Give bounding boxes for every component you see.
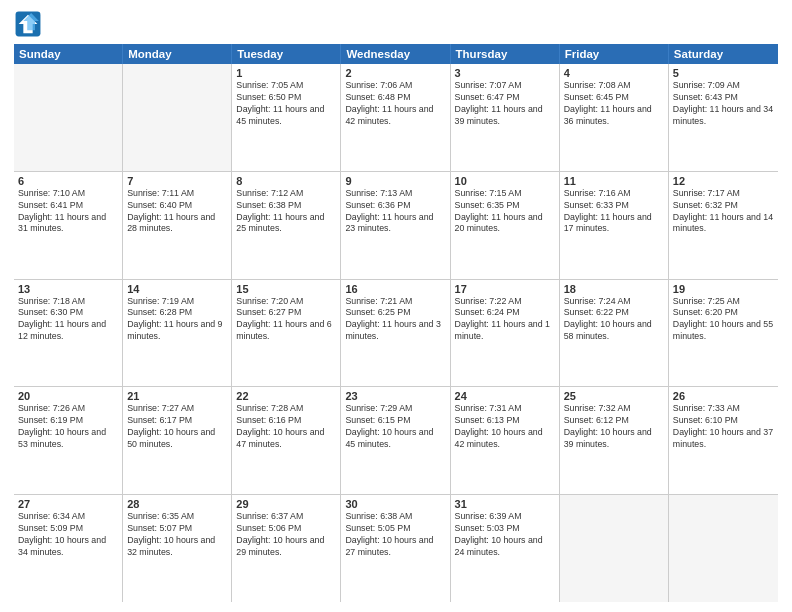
calendar-cell: 30Sunrise: 6:38 AM Sunset: 5:05 PM Dayli… [341, 495, 450, 602]
calendar-cell: 1Sunrise: 7:05 AM Sunset: 6:50 PM Daylig… [232, 64, 341, 171]
calendar: SundayMondayTuesdayWednesdayThursdayFrid… [14, 44, 778, 602]
calendar-cell: 8Sunrise: 7:12 AM Sunset: 6:38 PM Daylig… [232, 172, 341, 279]
calendar-cell: 2Sunrise: 7:06 AM Sunset: 6:48 PM Daylig… [341, 64, 450, 171]
day-number: 3 [455, 67, 555, 79]
page: SundayMondayTuesdayWednesdayThursdayFrid… [0, 0, 792, 612]
cell-info: Sunrise: 7:33 AM Sunset: 6:10 PM Dayligh… [673, 403, 774, 451]
cell-info: Sunrise: 7:22 AM Sunset: 6:24 PM Dayligh… [455, 296, 555, 344]
calendar-row: 20Sunrise: 7:26 AM Sunset: 6:19 PM Dayli… [14, 387, 778, 495]
calendar-cell: 22Sunrise: 7:28 AM Sunset: 6:16 PM Dayli… [232, 387, 341, 494]
calendar-cell: 7Sunrise: 7:11 AM Sunset: 6:40 PM Daylig… [123, 172, 232, 279]
day-number: 4 [564, 67, 664, 79]
cell-info: Sunrise: 7:17 AM Sunset: 6:32 PM Dayligh… [673, 188, 774, 236]
day-number: 13 [18, 283, 118, 295]
day-number: 14 [127, 283, 227, 295]
calendar-cell: 31Sunrise: 6:39 AM Sunset: 5:03 PM Dayli… [451, 495, 560, 602]
day-number: 17 [455, 283, 555, 295]
weekday-header: Sunday [14, 44, 123, 64]
calendar-cell: 11Sunrise: 7:16 AM Sunset: 6:33 PM Dayli… [560, 172, 669, 279]
weekday-header: Thursday [451, 44, 560, 64]
cell-info: Sunrise: 7:21 AM Sunset: 6:25 PM Dayligh… [345, 296, 445, 344]
day-number: 26 [673, 390, 774, 402]
logo [14, 10, 46, 38]
day-number: 1 [236, 67, 336, 79]
weekday-header: Monday [123, 44, 232, 64]
calendar-cell [123, 64, 232, 171]
day-number: 19 [673, 283, 774, 295]
day-number: 28 [127, 498, 227, 510]
calendar-header: SundayMondayTuesdayWednesdayThursdayFrid… [14, 44, 778, 64]
cell-info: Sunrise: 6:38 AM Sunset: 5:05 PM Dayligh… [345, 511, 445, 559]
calendar-cell: 16Sunrise: 7:21 AM Sunset: 6:25 PM Dayli… [341, 280, 450, 387]
weekday-header: Friday [560, 44, 669, 64]
cell-info: Sunrise: 7:11 AM Sunset: 6:40 PM Dayligh… [127, 188, 227, 236]
cell-info: Sunrise: 7:28 AM Sunset: 6:16 PM Dayligh… [236, 403, 336, 451]
calendar-cell: 28Sunrise: 6:35 AM Sunset: 5:07 PM Dayli… [123, 495, 232, 602]
calendar-cell: 15Sunrise: 7:20 AM Sunset: 6:27 PM Dayli… [232, 280, 341, 387]
header [14, 10, 778, 38]
calendar-cell: 4Sunrise: 7:08 AM Sunset: 6:45 PM Daylig… [560, 64, 669, 171]
calendar-cell: 17Sunrise: 7:22 AM Sunset: 6:24 PM Dayli… [451, 280, 560, 387]
day-number: 31 [455, 498, 555, 510]
cell-info: Sunrise: 7:05 AM Sunset: 6:50 PM Dayligh… [236, 80, 336, 128]
day-number: 27 [18, 498, 118, 510]
calendar-cell: 6Sunrise: 7:10 AM Sunset: 6:41 PM Daylig… [14, 172, 123, 279]
calendar-cell: 5Sunrise: 7:09 AM Sunset: 6:43 PM Daylig… [669, 64, 778, 171]
cell-info: Sunrise: 7:09 AM Sunset: 6:43 PM Dayligh… [673, 80, 774, 128]
calendar-row: 13Sunrise: 7:18 AM Sunset: 6:30 PM Dayli… [14, 280, 778, 388]
calendar-cell [669, 495, 778, 602]
calendar-cell: 3Sunrise: 7:07 AM Sunset: 6:47 PM Daylig… [451, 64, 560, 171]
weekday-header: Tuesday [232, 44, 341, 64]
cell-info: Sunrise: 6:37 AM Sunset: 5:06 PM Dayligh… [236, 511, 336, 559]
day-number: 12 [673, 175, 774, 187]
day-number: 25 [564, 390, 664, 402]
day-number: 8 [236, 175, 336, 187]
cell-info: Sunrise: 7:12 AM Sunset: 6:38 PM Dayligh… [236, 188, 336, 236]
day-number: 29 [236, 498, 336, 510]
day-number: 15 [236, 283, 336, 295]
cell-info: Sunrise: 7:24 AM Sunset: 6:22 PM Dayligh… [564, 296, 664, 344]
cell-info: Sunrise: 6:34 AM Sunset: 5:09 PM Dayligh… [18, 511, 118, 559]
cell-info: Sunrise: 7:31 AM Sunset: 6:13 PM Dayligh… [455, 403, 555, 451]
cell-info: Sunrise: 7:10 AM Sunset: 6:41 PM Dayligh… [18, 188, 118, 236]
day-number: 30 [345, 498, 445, 510]
calendar-row: 1Sunrise: 7:05 AM Sunset: 6:50 PM Daylig… [14, 64, 778, 172]
day-number: 2 [345, 67, 445, 79]
cell-info: Sunrise: 7:16 AM Sunset: 6:33 PM Dayligh… [564, 188, 664, 236]
day-number: 7 [127, 175, 227, 187]
cell-info: Sunrise: 7:32 AM Sunset: 6:12 PM Dayligh… [564, 403, 664, 451]
logo-icon [14, 10, 42, 38]
day-number: 9 [345, 175, 445, 187]
day-number: 21 [127, 390, 227, 402]
calendar-cell: 19Sunrise: 7:25 AM Sunset: 6:20 PM Dayli… [669, 280, 778, 387]
cell-info: Sunrise: 6:35 AM Sunset: 5:07 PM Dayligh… [127, 511, 227, 559]
day-number: 16 [345, 283, 445, 295]
calendar-cell: 10Sunrise: 7:15 AM Sunset: 6:35 PM Dayli… [451, 172, 560, 279]
weekday-header: Saturday [669, 44, 778, 64]
cell-info: Sunrise: 6:39 AM Sunset: 5:03 PM Dayligh… [455, 511, 555, 559]
calendar-cell: 12Sunrise: 7:17 AM Sunset: 6:32 PM Dayli… [669, 172, 778, 279]
calendar-cell: 25Sunrise: 7:32 AM Sunset: 6:12 PM Dayli… [560, 387, 669, 494]
day-number: 5 [673, 67, 774, 79]
calendar-cell: 18Sunrise: 7:24 AM Sunset: 6:22 PM Dayli… [560, 280, 669, 387]
cell-info: Sunrise: 7:15 AM Sunset: 6:35 PM Dayligh… [455, 188, 555, 236]
cell-info: Sunrise: 7:18 AM Sunset: 6:30 PM Dayligh… [18, 296, 118, 344]
calendar-body: 1Sunrise: 7:05 AM Sunset: 6:50 PM Daylig… [14, 64, 778, 602]
cell-info: Sunrise: 7:29 AM Sunset: 6:15 PM Dayligh… [345, 403, 445, 451]
day-number: 11 [564, 175, 664, 187]
day-number: 22 [236, 390, 336, 402]
cell-info: Sunrise: 7:13 AM Sunset: 6:36 PM Dayligh… [345, 188, 445, 236]
day-number: 18 [564, 283, 664, 295]
calendar-row: 6Sunrise: 7:10 AM Sunset: 6:41 PM Daylig… [14, 172, 778, 280]
cell-info: Sunrise: 7:27 AM Sunset: 6:17 PM Dayligh… [127, 403, 227, 451]
cell-info: Sunrise: 7:20 AM Sunset: 6:27 PM Dayligh… [236, 296, 336, 344]
calendar-cell: 29Sunrise: 6:37 AM Sunset: 5:06 PM Dayli… [232, 495, 341, 602]
cell-info: Sunrise: 7:07 AM Sunset: 6:47 PM Dayligh… [455, 80, 555, 128]
day-number: 10 [455, 175, 555, 187]
calendar-cell: 23Sunrise: 7:29 AM Sunset: 6:15 PM Dayli… [341, 387, 450, 494]
calendar-cell [14, 64, 123, 171]
calendar-cell: 20Sunrise: 7:26 AM Sunset: 6:19 PM Dayli… [14, 387, 123, 494]
cell-info: Sunrise: 7:06 AM Sunset: 6:48 PM Dayligh… [345, 80, 445, 128]
calendar-cell: 24Sunrise: 7:31 AM Sunset: 6:13 PM Dayli… [451, 387, 560, 494]
calendar-cell [560, 495, 669, 602]
